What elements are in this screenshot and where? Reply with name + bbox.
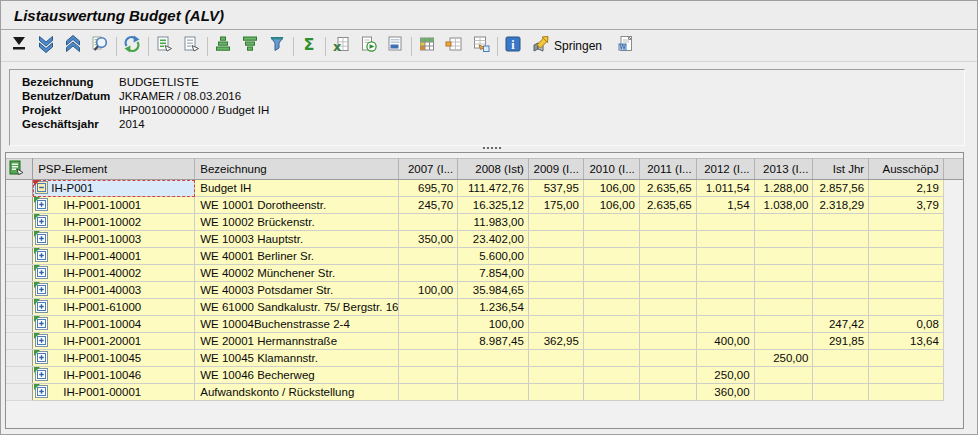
cell-value[interactable]: [639, 384, 696, 401]
expand-icon[interactable]: [35, 334, 48, 349]
cell-value[interactable]: 175,00: [528, 197, 583, 214]
cell-value[interactable]: [399, 384, 458, 401]
cell-value[interactable]: [696, 350, 754, 367]
sum-button[interactable]: Σ: [299, 36, 319, 56]
row-select-button[interactable]: [6, 265, 33, 282]
cell-bezeichnung[interactable]: Budget IH: [195, 180, 399, 197]
cell-value[interactable]: 1.288,00: [754, 180, 813, 197]
column-header[interactable]: Bezeichnung: [195, 159, 399, 180]
cell-value[interactable]: [528, 316, 583, 333]
cell-value[interactable]: [399, 299, 458, 316]
cell-value[interactable]: [696, 265, 754, 282]
column-header[interactable]: 2009 (I...: [528, 159, 583, 180]
cell-value[interactable]: 0,08: [869, 316, 944, 333]
save-selection-button[interactable]: [181, 36, 201, 56]
choose-detail-button[interactable]: [154, 36, 174, 56]
cell-value[interactable]: 2,19: [869, 180, 944, 197]
row-select-button[interactable]: [6, 214, 33, 231]
cell-value[interactable]: 1.011,54: [696, 180, 754, 197]
column-header[interactable]: 2008 (Ist): [458, 159, 529, 180]
cell-value[interactable]: [639, 350, 696, 367]
cell-value[interactable]: 23.402,00: [458, 231, 529, 248]
cell-value[interactable]: 7.854,00: [458, 265, 529, 282]
cell-value[interactable]: [583, 248, 639, 265]
column-header[interactable]: 2011 (I...: [639, 159, 696, 180]
cell-psp-element[interactable]: IH-P001-10001: [33, 197, 195, 214]
expand-icon[interactable]: [35, 317, 48, 332]
row-select-button[interactable]: [6, 333, 33, 350]
cell-value[interactable]: [583, 316, 639, 333]
cell-value[interactable]: [639, 367, 696, 384]
cell-value[interactable]: [639, 214, 696, 231]
cell-value[interactable]: 362,95: [528, 333, 583, 350]
filter-button[interactable]: [267, 36, 287, 56]
cell-value[interactable]: [639, 231, 696, 248]
sort-descending-button[interactable]: [240, 36, 260, 56]
cell-value[interactable]: 2.635,65: [639, 180, 696, 197]
cell-value[interactable]: 3,79: [869, 197, 944, 214]
cell-value[interactable]: 1,54: [696, 197, 754, 214]
cell-psp-element[interactable]: IH-P001-10002: [33, 214, 195, 231]
springen-button[interactable]: Springen: [530, 34, 602, 58]
cell-value[interactable]: [869, 231, 944, 248]
cell-value[interactable]: [639, 265, 696, 282]
cell-value[interactable]: 8.987,45: [458, 333, 529, 350]
cell-value[interactable]: 5.600,00: [458, 248, 529, 265]
cell-value[interactable]: 2.635,65: [639, 197, 696, 214]
cell-value[interactable]: [869, 350, 944, 367]
cell-value[interactable]: [528, 265, 583, 282]
cell-value[interactable]: 250,00: [754, 350, 813, 367]
cell-value[interactable]: 537,95: [528, 180, 583, 197]
expand-icon[interactable]: [35, 198, 48, 213]
column-header[interactable]: 2010 (I...: [583, 159, 639, 180]
cell-value[interactable]: [583, 367, 639, 384]
cell-bezeichnung[interactable]: WE 61000 Sandkalustr. 75/ Bergstr. 16: [195, 299, 399, 316]
cell-psp-element[interactable]: IH-P001-10003: [33, 231, 195, 248]
cell-value[interactable]: [639, 282, 696, 299]
cell-value[interactable]: [583, 333, 639, 350]
cell-value[interactable]: 106,00: [583, 197, 639, 214]
row-select-button[interactable]: [6, 282, 33, 299]
cell-value[interactable]: 400,00: [696, 333, 754, 350]
cell-value[interactable]: 100,00: [399, 282, 458, 299]
cell-psp-element[interactable]: IH-P001-10004: [33, 316, 195, 333]
expand-icon[interactable]: [35, 368, 48, 383]
expand-icon[interactable]: [35, 385, 48, 400]
column-header[interactable]: 2012 (I...: [696, 159, 754, 180]
cell-value[interactable]: [869, 265, 944, 282]
cell-value[interactable]: 245,70: [399, 197, 458, 214]
find-button[interactable]: [90, 36, 110, 56]
cell-value[interactable]: [528, 214, 583, 231]
excel-export-button[interactable]: x: [331, 36, 351, 56]
cell-value[interactable]: [696, 214, 754, 231]
cell-value[interactable]: [754, 265, 813, 282]
cell-value[interactable]: 695,70: [399, 180, 458, 197]
cell-value[interactable]: [869, 214, 944, 231]
row-select-button[interactable]: [6, 384, 33, 401]
cell-value[interactable]: [528, 231, 583, 248]
cell-psp-element[interactable]: IH-P001-10045: [33, 350, 195, 367]
cell-value[interactable]: [754, 367, 813, 384]
cell-value[interactable]: [639, 316, 696, 333]
row-select-button[interactable]: [6, 180, 33, 197]
cell-value[interactable]: [754, 384, 813, 401]
cell-value[interactable]: [696, 299, 754, 316]
cell-value[interactable]: [869, 384, 944, 401]
cell-value[interactable]: 2.857,56: [813, 180, 869, 197]
column-header[interactable]: AusschöpJ: [869, 159, 944, 180]
row-select-button[interactable]: [6, 197, 33, 214]
cell-value[interactable]: [528, 384, 583, 401]
grid-view-button[interactable]: [417, 36, 437, 56]
cell-value[interactable]: [528, 248, 583, 265]
cell-value[interactable]: [399, 350, 458, 367]
cell-psp-element[interactable]: IH-P001-40001: [33, 248, 195, 265]
column-header[interactable]: 2007 (I...: [399, 159, 458, 180]
cell-bezeichnung[interactable]: WE 10001 Dorotheenstr.: [195, 197, 399, 214]
cell-value[interactable]: [458, 384, 529, 401]
cell-value[interactable]: [639, 299, 696, 316]
cell-value[interactable]: [528, 350, 583, 367]
cell-value[interactable]: [813, 299, 869, 316]
column-header[interactable]: PSP-Element: [33, 159, 195, 180]
column-header[interactable]: Ist Jhr: [813, 159, 869, 180]
cell-bezeichnung[interactable]: WE 10004Buchenstrasse 2-4: [195, 316, 399, 333]
